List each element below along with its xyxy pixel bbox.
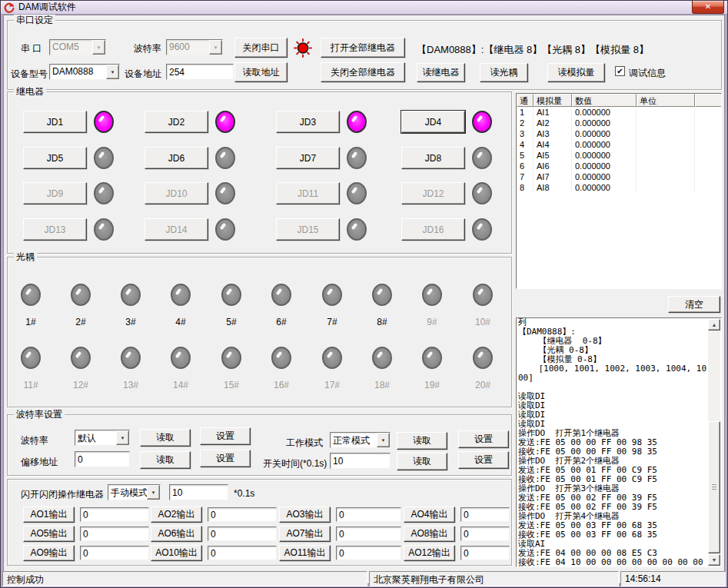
scrollbar-thumb[interactable] (708, 421, 720, 553)
ao7-output-button[interactable]: AO7输出 (279, 526, 331, 542)
opto-label-7: 7# (311, 317, 353, 327)
status-message: 控制成功 (2, 571, 367, 586)
ao2-output-input[interactable] (208, 507, 277, 522)
flash-mode-select[interactable]: 手动模式 ▼ (108, 484, 161, 500)
relay-button-jd7[interactable]: JD7 (276, 147, 340, 169)
open-all-relays-button[interactable]: 打开全部继电器 (321, 38, 405, 58)
relay-button-jd1[interactable]: JD1 (23, 111, 87, 133)
relay-button-jd10[interactable]: JD10 (145, 182, 208, 204)
read-address-button[interactable]: 读取地址 (234, 62, 288, 82)
close-port-button[interactable]: 关闭串口 (234, 38, 288, 58)
chevron-down-icon[interactable]: ▼ (377, 433, 390, 447)
relay-button-jd11[interactable]: JD11 (276, 182, 340, 204)
ao10-output-input[interactable] (208, 546, 277, 560)
ao7-output-input[interactable] (336, 527, 401, 541)
debug-log-panel[interactable]: 列 【DAM0888】: 【继电器 0-8】 【光耦 0-8】 【模拟量 0-8… (516, 317, 722, 567)
opto-lamp-13 (121, 347, 141, 369)
column-header-value[interactable]: 数值 (572, 94, 637, 107)
close-all-relays-button[interactable]: 关闭全部继电器 (321, 62, 405, 82)
analog-table[interactable]: 通 模拟量 数值 单位 1AI10.000000 2AI20.000000 3A… (516, 93, 722, 289)
ao5-output-button[interactable]: AO5输出 (23, 526, 75, 542)
relay-button-jd15[interactable]: JD15 (276, 218, 340, 241)
work-mode-read-button[interactable]: 读取 (397, 432, 447, 450)
device-address-label: 设备地址 (125, 68, 161, 81)
ao12-output-button[interactable]: AO12输出 (404, 545, 455, 561)
baud-read-button[interactable]: 读取 (140, 429, 191, 447)
table-row: 1AI10.000000 (517, 107, 721, 118)
chevron-down-icon[interactable]: ▼ (116, 430, 129, 445)
ao1-output-button[interactable]: AO1输出 (23, 507, 75, 523)
baud-select[interactable]: 9600 ▼ (166, 39, 223, 55)
switch-time-read-button[interactable]: 读取 (397, 453, 447, 470)
close-button[interactable]: ✕ (692, 1, 724, 14)
port-label: 串 口 (21, 42, 42, 55)
ao8-output-button[interactable]: AO8输出 (404, 526, 455, 542)
analog-table-header: 通 模拟量 数值 单位 (517, 94, 721, 107)
titlebar[interactable]: DAM调试软件 ✕ (1, 1, 727, 15)
relay-button-jd16[interactable]: JD16 (401, 218, 465, 241)
relay-button-jd8[interactable]: JD8 (401, 147, 465, 169)
opto-lamp-15 (221, 347, 241, 369)
baud-set-button[interactable]: 设置 (200, 427, 251, 445)
table-row: 3AI30.000000 (517, 128, 721, 139)
ao3-output-input[interactable] (336, 507, 401, 522)
relay-lamp-jd9 (94, 182, 114, 204)
opto-label-8: 8# (361, 317, 403, 327)
ao6-output-button[interactable]: AO6输出 (151, 526, 202, 542)
relay-button-jd5[interactable]: JD5 (23, 147, 87, 169)
ao10-output-button[interactable]: AO10输出 (151, 545, 202, 561)
relay-button-jd13[interactable]: JD13 (23, 218, 87, 241)
model-select[interactable]: DAM0888 ▼ (49, 64, 120, 80)
column-header-unit[interactable]: 单位 (637, 94, 695, 107)
ao6-output-input[interactable] (208, 527, 277, 541)
relay-button-jd9[interactable]: JD9 (23, 182, 87, 204)
read-opto-button[interactable]: 读光耦 (480, 63, 528, 82)
device-address-input[interactable] (166, 64, 234, 80)
scroll-down-icon[interactable]: ▼ (708, 554, 720, 566)
switch-time-set-button[interactable]: 设置 (458, 451, 509, 469)
relay-button-jd4[interactable]: JD4 (401, 111, 465, 133)
work-mode-select[interactable]: 正常模式 ▼ (330, 432, 391, 448)
read-analog-button[interactable]: 读模拟量 (547, 63, 605, 82)
baud-setting-select[interactable]: 默认 ▼ (75, 430, 130, 446)
ao11-output-button[interactable]: AO11输出 (279, 545, 331, 561)
chevron-down-icon[interactable]: ▼ (147, 485, 160, 500)
chevron-down-icon[interactable]: ▼ (92, 40, 105, 55)
clear-log-button[interactable]: 清空 (668, 296, 720, 313)
table-row: 7AI70.000000 (517, 171, 721, 182)
scroll-up-icon[interactable]: ▲ (708, 319, 720, 331)
ao3-output-button[interactable]: AO3输出 (279, 507, 331, 523)
ao1-output-input[interactable] (80, 507, 149, 522)
ao8-output-input[interactable] (460, 527, 510, 541)
flash-time-input[interactable] (169, 484, 228, 500)
ao5-output-input[interactable] (80, 527, 149, 541)
work-mode-set-button[interactable]: 设置 (458, 430, 509, 448)
debug-info-checkbox[interactable]: ✔ (615, 66, 625, 76)
relay-button-jd6[interactable]: JD6 (145, 147, 208, 169)
relay-lamp-jd15 (347, 218, 367, 241)
column-header-channel[interactable]: 通 (517, 94, 534, 107)
ao9-output-input[interactable] (80, 546, 149, 560)
offset-read-button[interactable]: 读取 (140, 451, 191, 469)
chevron-down-icon[interactable]: ▼ (209, 40, 222, 55)
ao12-output-input[interactable] (460, 546, 510, 560)
ao2-output-button[interactable]: AO2输出 (151, 507, 202, 523)
ao9-output-button[interactable]: AO9输出 (23, 545, 75, 561)
column-header-analog[interactable]: 模拟量 (534, 94, 572, 107)
ao4-output-input[interactable] (460, 507, 510, 522)
relay-group-title: 继电器 (14, 86, 46, 97)
offset-address-input[interactable] (75, 451, 130, 467)
relay-button-jd2[interactable]: JD2 (145, 111, 208, 133)
relay-button-jd3[interactable]: JD3 (276, 111, 340, 133)
switch-time-input[interactable] (330, 453, 391, 469)
ao4-output-button[interactable]: AO4输出 (404, 507, 455, 523)
read-relays-button[interactable]: 读继电器 (417, 63, 465, 82)
log-scrollbar[interactable]: ▲ ▼ (708, 319, 720, 566)
debug-log-text[interactable]: 列 【DAM0888】: 【继电器 0-8】 【光耦 0-8】 【模拟量 0-8… (518, 318, 707, 566)
offset-set-button[interactable]: 设置 (200, 450, 251, 467)
chevron-down-icon[interactable]: ▼ (106, 65, 119, 79)
relay-button-jd12[interactable]: JD12 (401, 182, 465, 204)
relay-button-jd14[interactable]: JD14 (145, 218, 208, 241)
port-select[interactable]: COM5 ▼ (49, 39, 106, 55)
ao11-output-input[interactable] (336, 546, 401, 560)
